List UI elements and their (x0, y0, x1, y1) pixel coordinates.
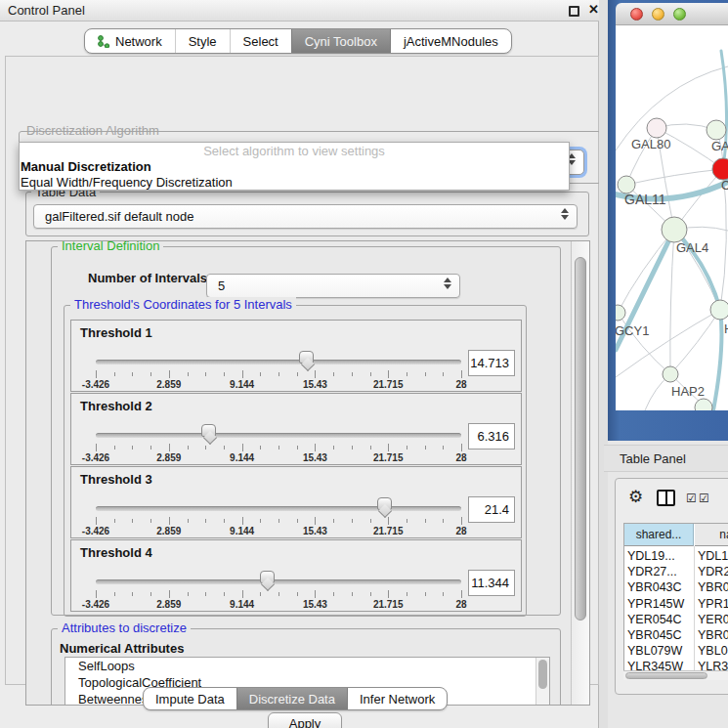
threshold-row: Threshold 2-3.4262.8599.14415.4321.71528… (70, 393, 522, 465)
tick-mark (425, 592, 426, 596)
table-hscrollbar[interactable] (623, 670, 728, 680)
float-window-icon[interactable] (569, 6, 579, 17)
settings-scrollbar[interactable] (571, 241, 589, 705)
table-row[interactable]: YBL079WYBL0 (624, 643, 728, 659)
number-of-intervals-spinner[interactable]: 5 (206, 274, 460, 298)
table-row[interactable]: YBR045CYBR0 (624, 627, 728, 643)
checkbox-icon[interactable]: ☑ (699, 492, 709, 505)
checkbox-icon[interactable]: ☑ (686, 492, 697, 505)
network-edge[interactable] (713, 310, 721, 410)
slider-thumb[interactable] (299, 351, 314, 364)
tick-mark (315, 517, 316, 525)
tick-mark (297, 446, 298, 450)
tick-mark (224, 519, 225, 523)
table-row[interactable]: YBR043CYBR0 (624, 579, 728, 595)
tick-mark (242, 444, 243, 451)
tick-mark (96, 517, 97, 525)
threshold-value-field[interactable]: 14.713 (468, 350, 515, 376)
threshold-label: Threshold 3 (80, 472, 152, 487)
tick-mark (388, 444, 389, 451)
tab-infer-network[interactable]: Infer Network (347, 688, 447, 709)
tick-mark (96, 370, 97, 378)
cell-name: YER0 (698, 612, 728, 627)
slider-thumb[interactable] (377, 497, 392, 510)
attribute-item[interactable]: SelfLoops (65, 658, 549, 674)
network-edge[interactable] (670, 230, 674, 374)
minimize-traffic-light-icon[interactable] (652, 8, 664, 21)
network-edge[interactable] (618, 313, 670, 374)
tab-style[interactable]: Style (175, 29, 230, 53)
table-row[interactable]: YDL19...YDL1 (624, 548, 728, 564)
settings-scrollbar-thumb[interactable] (575, 257, 586, 621)
tab-jactivemnodules[interactable]: jActiveMNodules (390, 29, 511, 53)
table-row[interactable]: YPR145WYPR1 (624, 596, 728, 612)
tick-label: -3.426 (82, 452, 109, 463)
split-columns-icon[interactable] (657, 490, 675, 506)
table-row[interactable]: YER054CYER0 (624, 612, 728, 627)
tick-label: 2.859 (156, 379, 181, 390)
apply-button[interactable]: Apply (268, 712, 342, 728)
threshold-label: Threshold 4 (80, 545, 152, 560)
threshold-value-field[interactable]: 6.316 (468, 423, 515, 450)
algorithm-option[interactable]: Equal Width/Frequency Discretization (20, 175, 569, 191)
panel-divider[interactable] (599, 0, 608, 728)
zoom-traffic-light-icon[interactable] (673, 8, 686, 21)
network-node[interactable] (707, 120, 726, 140)
network-canvas[interactable]: GAL80GACGAL11GAL4GCY1HHAP2 (616, 25, 728, 410)
tab-impute-data[interactable]: Impute Data (144, 688, 236, 709)
slider-track[interactable] (96, 579, 461, 584)
close-traffic-light-icon[interactable] (630, 8, 643, 21)
gear-icon[interactable]: ⚙ (628, 487, 643, 507)
algorithm-option[interactable]: Manual Discretization (20, 159, 569, 175)
tab-discretize-data[interactable]: Discretize Data (236, 688, 347, 709)
network-node[interactable] (710, 300, 728, 320)
tick-label: 2.859 (156, 452, 181, 463)
tick-mark (150, 446, 151, 450)
control-panel-window: Control Panel ✕ NetworkStyleSelectCyni T… (0, 0, 599, 728)
tab-cyni-toolbox[interactable]: Cyni Toolbox (291, 29, 390, 53)
threshold-row: Threshold 3-3.4262.8599.14415.4321.71528… (70, 466, 522, 538)
attributes-scrollbar[interactable] (535, 658, 549, 706)
tick-label: 28 (455, 379, 466, 390)
slider-track[interactable] (96, 433, 461, 438)
network-node[interactable] (616, 305, 625, 321)
tab-select[interactable]: Select (230, 29, 291, 53)
algorithm-placeholder-option[interactable]: Select algorithm to view settings (20, 143, 569, 159)
column-header-shared-name[interactable]: shared... (624, 524, 694, 546)
network-node[interactable] (647, 118, 666, 138)
attributes-scrollbar-thumb[interactable] (538, 660, 547, 689)
tick-mark (443, 519, 444, 523)
table-row[interactable]: YDR27...YDR2 (624, 564, 728, 579)
tick-mark (297, 519, 298, 523)
tick-mark (315, 370, 316, 378)
network-edge[interactable] (670, 310, 720, 374)
slider-track[interactable] (96, 506, 461, 511)
tick-mark (188, 519, 189, 523)
network-node[interactable] (712, 158, 728, 180)
node-label: GAL80 (631, 137, 670, 151)
tick-mark (169, 444, 170, 451)
cell-shared-name: YDL19... (627, 548, 692, 564)
app-root: Control Panel ✕ NetworkStyleSelectCyni T… (0, 0, 728, 728)
close-icon[interactable]: ✕ (588, 2, 599, 17)
column-header-name[interactable]: na (695, 524, 728, 546)
network-node[interactable] (663, 366, 678, 382)
table-data-combobox[interactable]: galFiltered.sif default node (33, 204, 578, 229)
tick-mark (443, 446, 444, 450)
threshold-row: Threshold 4-3.4262.8599.14415.4321.71528… (70, 539, 522, 612)
cell-name: YPR1 (698, 596, 728, 612)
slider-thumb[interactable] (260, 571, 275, 583)
tick-mark (352, 519, 353, 523)
network-node[interactable] (695, 399, 712, 410)
slider-track[interactable] (96, 360, 461, 364)
threshold-value-field[interactable]: 21.4 (468, 496, 515, 523)
tab-network[interactable]: Network (85, 29, 175, 53)
interval-definition-group: Interval Definition Number of Intervals … (51, 246, 561, 616)
node-label: C (721, 178, 728, 193)
threshold-value-field[interactable]: 11.344 (468, 570, 515, 596)
tick-label: 21.715 (373, 599, 404, 610)
table-hscrollbar-thumb[interactable] (625, 672, 707, 679)
network-edge[interactable] (626, 169, 723, 185)
slider-thumb[interactable] (201, 424, 216, 437)
network-node[interactable] (662, 217, 687, 242)
